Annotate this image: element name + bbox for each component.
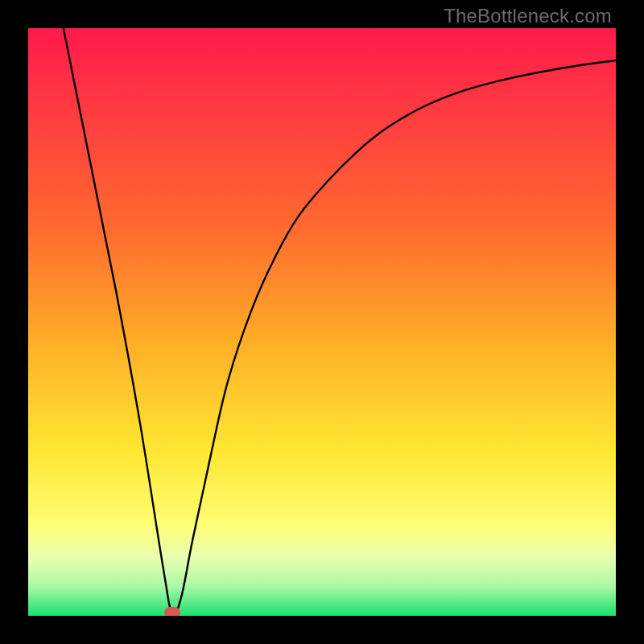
watermark-text: TheBottleneck.com xyxy=(444,5,612,27)
chart-frame: TheBottleneck.com xyxy=(0,0,644,644)
gradient-background xyxy=(28,28,616,616)
svg-rect-0 xyxy=(28,28,616,616)
minimum-marker xyxy=(164,607,180,616)
plot-area xyxy=(28,28,616,616)
